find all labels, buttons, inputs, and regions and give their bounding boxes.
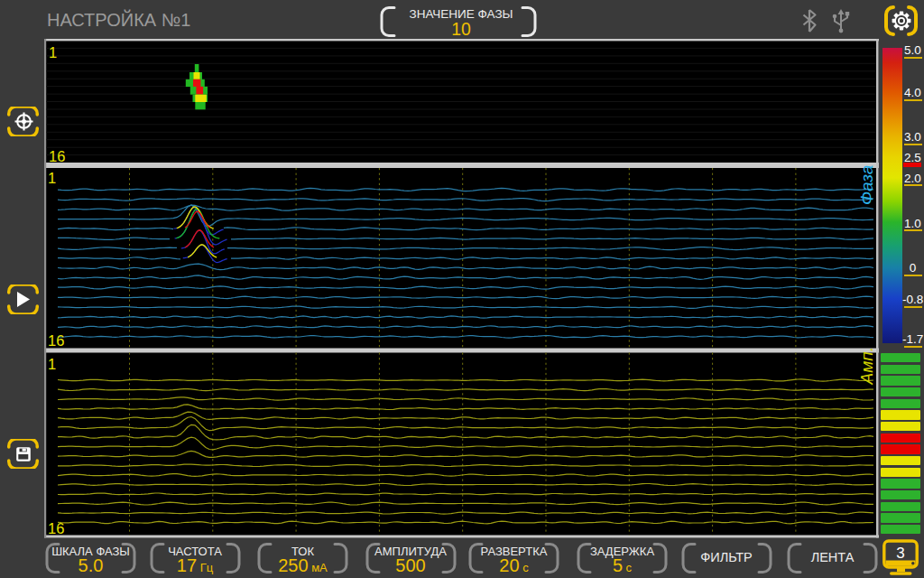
svg-text:16: 16 bbox=[49, 148, 65, 164]
svg-text:Фаза: Фаза bbox=[857, 165, 876, 205]
svg-text:16: 16 bbox=[48, 332, 64, 349]
svg-text:1: 1 bbox=[49, 44, 57, 61]
svg-text:3: 3 bbox=[896, 545, 904, 562]
svg-text:1: 1 bbox=[48, 170, 56, 186]
svg-text:Амп.: Амп. bbox=[857, 347, 876, 385]
svg-text:1: 1 bbox=[48, 356, 56, 372]
svg-text:16: 16 bbox=[48, 520, 64, 536]
